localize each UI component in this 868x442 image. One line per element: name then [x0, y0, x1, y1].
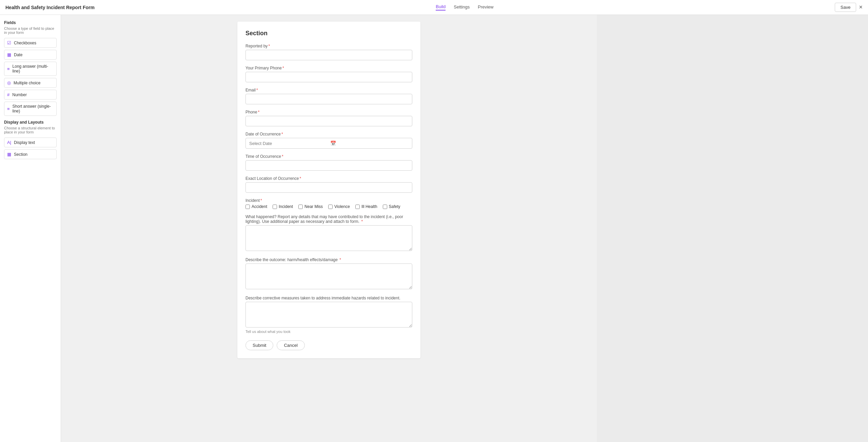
checkbox-safety-input[interactable] [383, 205, 387, 209]
layouts-title: Display and Layouts [4, 120, 57, 125]
input-exact-location[interactable] [245, 182, 412, 193]
calendar-icon: 📅 [330, 141, 409, 146]
sidebar-item-long-answer[interactable]: ≡ Long answer (multi-line) [4, 62, 57, 76]
label-primary-phone: Your Primary Phone* [245, 66, 412, 70]
long-answer-icon: ≡ [7, 66, 10, 71]
sidebar-item-label: Section [14, 152, 27, 157]
fields-title: Fields [4, 20, 57, 25]
input-reported-by[interactable] [245, 50, 412, 60]
field-reported-by: Reported by* [245, 44, 412, 60]
date-input-wrapper[interactable]: Select Date 📅 [245, 138, 412, 149]
label-phone: Phone* [245, 110, 412, 114]
checkboxes-icon: ☑ [7, 40, 11, 45]
sidebar-item-label: Display text [14, 140, 35, 145]
display-text-icon: A| [7, 140, 11, 145]
sidebar-item-multiple-choice[interactable]: ◎ Multiple choice [4, 78, 57, 88]
section-icon: ▦ [7, 152, 11, 157]
nav-settings[interactable]: Settings [454, 4, 470, 10]
topbar: Health and Safety Incident Report Form B… [0, 0, 868, 15]
form-actions: Submit Cancel [245, 340, 412, 350]
multiple-choice-icon: ◎ [7, 80, 11, 85]
sidebar-item-label: Checkboxes [14, 41, 36, 45]
field-time-occurrence: Time of Occurrence* [245, 154, 412, 171]
label-exact-location: Exact Location of Occurrence* [245, 176, 412, 181]
field-incident: Incident* Accident Incident Near Miss [245, 198, 412, 209]
field-phone: Phone* [245, 110, 412, 126]
field-email: Email* [245, 88, 412, 104]
textarea-outcome[interactable] [245, 264, 412, 289]
sidebar-item-label: Long answer (multi-line) [13, 64, 54, 73]
field-date-occurrence: Date of Occurrence* Select Date 📅 [245, 132, 412, 149]
form-container: Section Reported by* Your Primary Phone*… [237, 22, 420, 358]
checkbox-accident-input[interactable] [245, 205, 250, 209]
sidebar-item-display-text[interactable]: A| Display text [4, 138, 57, 147]
input-time-occurrence[interactable] [245, 160, 412, 171]
checkbox-violence[interactable]: Violence [328, 204, 350, 209]
label-date-occurrence: Date of Occurrence* [245, 132, 412, 136]
save-button[interactable]: Save [835, 3, 856, 12]
sidebar-item-section[interactable]: ▦ Section [4, 149, 57, 159]
number-icon: # [7, 92, 9, 97]
input-primary-phone[interactable] [245, 72, 412, 82]
layouts-desc: Choose a structural element to place in … [4, 126, 57, 134]
nav-build[interactable]: Build [436, 4, 446, 10]
sidebar: Fields Choose a type of field to place i… [0, 15, 61, 442]
close-button[interactable]: × [859, 4, 863, 11]
checkbox-ill-health[interactable]: Ill Health [355, 204, 377, 209]
sidebar-item-date[interactable]: ▦ Date [4, 50, 57, 60]
topbar-actions: Save × [835, 3, 863, 12]
checkbox-near-miss-input[interactable] [298, 205, 303, 209]
field-what-happened: What happened? Report any details that m… [245, 214, 412, 252]
checkbox-ill-health-input[interactable] [355, 205, 360, 209]
label-what-happened: What happened? Report any details that m… [245, 214, 412, 224]
label-time-occurrence: Time of Occurrence* [245, 154, 412, 159]
sidebar-item-label: Number [12, 92, 27, 97]
field-exact-location: Exact Location of Occurrence* [245, 176, 412, 193]
sidebar-item-label: Multiple choice [14, 81, 40, 85]
checkbox-safety[interactable]: Safety [383, 204, 400, 209]
fields-desc: Choose a type of field to place in your … [4, 26, 57, 35]
sidebar-item-number[interactable]: # Number [4, 90, 57, 100]
checkbox-incident[interactable]: Incident [273, 204, 293, 209]
checkbox-violence-input[interactable] [328, 205, 333, 209]
submit-button[interactable]: Submit [245, 340, 273, 350]
checkbox-near-miss[interactable]: Near Miss [298, 204, 323, 209]
label-corrective: Describe corrective measures taken to ad… [245, 296, 412, 300]
section-heading: Section [245, 30, 412, 37]
label-outcome: Describe the outcome: harm/health effect… [245, 257, 412, 262]
right-panel [597, 15, 868, 442]
field-outcome: Describe the outcome: harm/health effect… [245, 257, 412, 290]
date-icon: ▦ [7, 52, 11, 57]
label-reported-by: Reported by* [245, 44, 412, 48]
nav-preview[interactable]: Preview [478, 4, 493, 10]
incident-checkbox-group: Accident Incident Near Miss Violence [245, 204, 412, 209]
date-placeholder: Select Date [249, 141, 328, 146]
app-title: Health and Safety Incident Report Form [5, 5, 95, 10]
checkbox-accident[interactable]: Accident [245, 204, 267, 209]
main-content: Section Reported by* Your Primary Phone*… [61, 15, 597, 442]
sidebar-item-label: Date [14, 52, 22, 57]
input-phone[interactable] [245, 116, 412, 126]
sidebar-item-checkboxes[interactable]: ☑ Checkboxes [4, 38, 57, 48]
layout: Fields Choose a type of field to place i… [0, 15, 868, 442]
field-primary-phone: Your Primary Phone* [245, 66, 412, 82]
textarea-what-happened[interactable] [245, 225, 412, 251]
label-incident: Incident* [245, 198, 412, 203]
textarea-corrective[interactable] [245, 302, 412, 328]
short-answer-icon: ≡ [7, 106, 10, 111]
cancel-button[interactable]: Cancel [277, 340, 304, 350]
input-email[interactable] [245, 94, 412, 104]
helper-text-corrective: Tell us about what you took [245, 330, 412, 334]
sidebar-item-short-answer[interactable]: ≡ Short answer (single-line) [4, 102, 57, 116]
label-email: Email* [245, 88, 412, 92]
field-corrective: Describe corrective measures taken to ad… [245, 296, 412, 334]
sidebar-item-label: Short answer (single-line) [13, 104, 54, 113]
checkbox-incident-input[interactable] [273, 205, 277, 209]
topbar-nav: Build Settings Preview [436, 4, 493, 10]
